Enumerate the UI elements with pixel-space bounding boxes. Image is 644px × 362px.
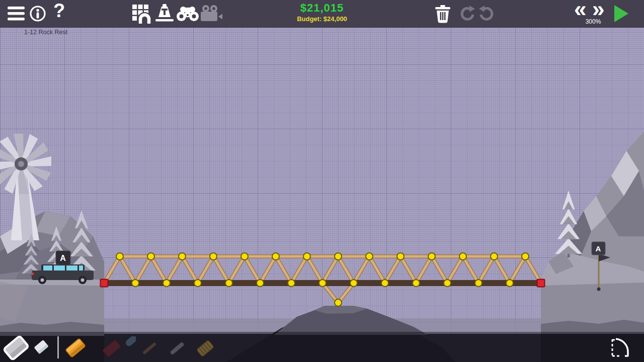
rewind-icon[interactable]: « — [574, 0, 586, 19]
bridge-joint[interactable] — [303, 253, 310, 260]
material-road-button[interactable] — [0, 333, 32, 361]
bridge-joint[interactable] — [335, 299, 342, 306]
level-title: 1-12 Rock Rest — [24, 29, 67, 36]
material-toolbar — [0, 332, 644, 362]
bridge-joint[interactable] — [210, 253, 217, 260]
play-icon[interactable] — [613, 4, 630, 23]
trash-icon[interactable] — [435, 5, 451, 23]
menu-icon[interactable] — [8, 7, 25, 21]
bridge-joint[interactable] — [272, 253, 279, 260]
bridge-joint[interactable] — [335, 253, 342, 260]
bridge-joint[interactable] — [319, 280, 326, 287]
bridge-joint[interactable] — [116, 253, 123, 260]
undo-icon[interactable] — [479, 6, 496, 22]
redo-icon[interactable] — [458, 6, 475, 22]
material-spring-button[interactable] — [191, 335, 219, 361]
toolbar-divider — [57, 336, 59, 358]
info-icon[interactable] — [29, 5, 46, 22]
bridge-joint[interactable] — [257, 280, 264, 287]
bridge-joint[interactable] — [428, 253, 435, 260]
bridge-joint[interactable] — [163, 280, 170, 287]
help-icon[interactable]: ? — [53, 0, 65, 22]
bridge-joint[interactable] — [506, 280, 513, 287]
bridge-structure[interactable] — [100, 253, 545, 306]
top-bar: ? — [0, 0, 644, 28]
bridge-joint[interactable] — [225, 280, 232, 287]
build-area[interactable]: A — [0, 0, 644, 362]
start-sign: A — [56, 251, 70, 264]
bridge-joint[interactable] — [491, 253, 498, 260]
bridge-joint[interactable] — [147, 253, 154, 260]
bridge-joint[interactable] — [397, 253, 404, 260]
protractor-tool[interactable] — [607, 335, 631, 358]
eraser-tool-button[interactable] — [31, 337, 51, 357]
bridge-joint[interactable] — [475, 280, 482, 287]
bridge-joint[interactable] — [288, 280, 295, 287]
bridge-joint[interactable] — [444, 280, 451, 287]
fast-forward-icon[interactable]: » — [592, 0, 604, 19]
current-cost: $21,015 — [247, 2, 397, 15]
grid-snap-icon[interactable] — [132, 4, 154, 24]
bridge-anchor[interactable] — [101, 280, 108, 287]
material-steel-button[interactable] — [109, 336, 136, 360]
zoom-level: 300% — [577, 18, 610, 25]
right-mountain — [541, 132, 644, 280]
material-rope-button[interactable] — [164, 336, 191, 360]
finish-sign: A — [592, 242, 605, 255]
bridge-joint[interactable] — [366, 253, 373, 260]
load-weight-icon[interactable] — [155, 4, 174, 23]
bridge-joint[interactable] — [194, 280, 201, 287]
bridge-joint[interactable] — [522, 253, 529, 260]
bridge-joint[interactable] — [413, 280, 420, 287]
bridge-anchor[interactable] — [537, 280, 545, 287]
bridge-joint[interactable] — [241, 253, 248, 260]
material-wood-button[interactable] — [60, 335, 91, 361]
budget-label: Budget: $24,000 — [247, 15, 397, 23]
bridge-joint[interactable] — [381, 280, 388, 287]
poly-bridge-editor: A — [0, 0, 644, 362]
binoculars-icon[interactable] — [176, 6, 199, 22]
finish-marker-label: A — [596, 244, 601, 253]
bridge-joint[interactable] — [459, 253, 466, 260]
start-marker-label: A — [60, 254, 66, 262]
bridge-joint[interactable] — [350, 280, 357, 287]
bridge-joint[interactable] — [132, 280, 139, 287]
material-cable-button[interactable] — [136, 336, 163, 360]
bridge-joint[interactable] — [179, 253, 186, 260]
camera-icon[interactable] — [200, 5, 223, 22]
